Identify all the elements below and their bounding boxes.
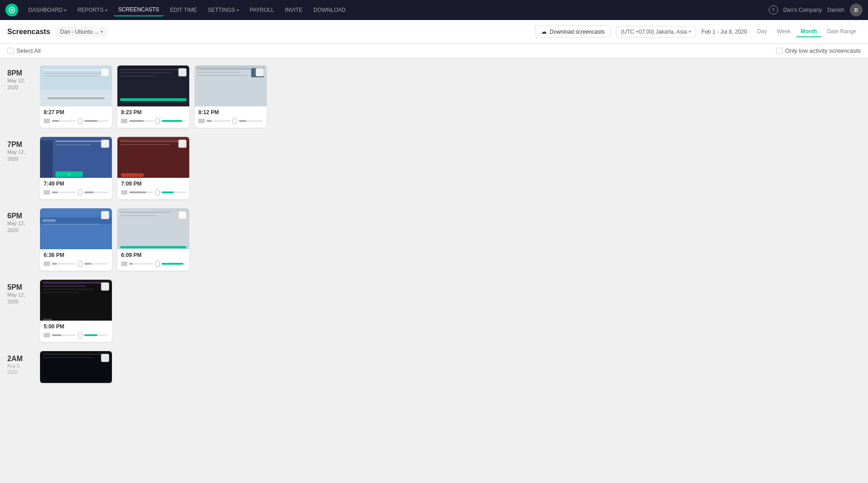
hour-label: 7PM (7, 141, 40, 149)
nav-settings[interactable]: SETTINGS ▾ (203, 4, 243, 16)
time-group-8pm: 8PM May 12, 2020 (0, 65, 868, 128)
view-tabs: Day Week Month Date Range (752, 26, 861, 37)
screencast-card[interactable]: 8:12 PM (195, 65, 267, 128)
card-info: 6:09 PM (117, 249, 189, 271)
mouse-icon (78, 261, 82, 267)
mouse-bar (84, 120, 108, 122)
activity-bar-fill (52, 191, 58, 193)
chevron-down-icon: ▾ (101, 29, 103, 34)
thumbnail (40, 65, 112, 106)
time-label: 7PM May 12, 2020 (7, 137, 40, 199)
card-meta (198, 118, 263, 124)
screencast-card[interactable]: 6:36 PM (40, 208, 112, 271)
tab-month[interactable]: Month (796, 26, 822, 37)
card-time: 8:12 PM (198, 109, 263, 116)
card-meta (44, 332, 108, 338)
card-checkbox[interactable] (178, 211, 187, 219)
card-info: 6:36 PM (40, 249, 112, 271)
download-icon: ☁ (541, 28, 547, 35)
card-time: 6:09 PM (121, 252, 186, 258)
help-icon[interactable]: ? (769, 5, 778, 15)
mouse-bar-fill (84, 191, 94, 193)
card-info: 8:27 PM (40, 106, 112, 128)
subheader: Screencasts Dan - Ubuntu ... ▾ ☁ Downloa… (0, 20, 868, 44)
select-all-checkbox[interactable] (7, 48, 14, 54)
time-group-7pm: 7PM May 12, 2020 ▷ (0, 137, 868, 199)
card-checkbox[interactable] (101, 140, 109, 148)
screencast-card[interactable]: 7:09 PM (117, 137, 189, 199)
activity-bar-fill (129, 263, 133, 265)
app-logo[interactable] (5, 4, 18, 16)
cards-row: 8:27 PM (40, 65, 267, 128)
user-selector[interactable]: Dan - Ubuntu ... ▾ (56, 27, 107, 37)
card-checkbox[interactable] (101, 354, 109, 362)
card-time: 6:36 PM (44, 252, 108, 258)
card-checkbox[interactable] (256, 68, 264, 76)
card-info: 5:00 PM (40, 321, 112, 342)
mouse-bar (161, 191, 186, 193)
mouse-bar-fill (239, 120, 246, 122)
card-checkbox[interactable] (178, 140, 187, 148)
thumbnail (117, 208, 189, 249)
low-activity-checkbox[interactable] (776, 48, 782, 54)
activity-bar (207, 120, 231, 122)
chevron-down-icon: ▾ (689, 29, 691, 34)
nav-dashboard[interactable]: DASHBOARD ▾ (24, 4, 71, 16)
nav-download[interactable]: DOWNLOAD (309, 4, 350, 16)
user-selector-label: Dan - Ubuntu ... (60, 29, 99, 35)
timezone-selector[interactable]: (UTC +07:00) Jakarta, Asia ▾ (616, 26, 696, 38)
avatar[interactable]: D (850, 4, 863, 16)
time-group-6pm: 6PM May 12, 2020 (0, 208, 868, 271)
card-checkbox[interactable] (178, 68, 187, 76)
mouse-bar-fill (84, 263, 91, 265)
activity-bar (129, 191, 153, 193)
card-meta (121, 118, 186, 124)
tab-date-range[interactable]: Date Range (823, 26, 861, 37)
card-meta (44, 189, 108, 196)
mouse-bar (161, 120, 186, 122)
monitor-icon (44, 190, 50, 195)
thumbnail (195, 65, 267, 106)
time-label: 5PM May 12, 2020 (7, 280, 40, 342)
select-all-control[interactable]: Select All (7, 47, 40, 54)
page-title: Screencasts (7, 28, 50, 36)
download-screencasts-button[interactable]: ☁ Download screencasts (535, 25, 611, 38)
card-info: 7:49 PM (40, 178, 112, 199)
nav-invite[interactable]: INVITE (280, 4, 307, 16)
card-time: 5:00 PM (44, 323, 108, 330)
card-info: 8:23 PM (117, 106, 189, 128)
card-time: 8:27 PM (44, 109, 108, 116)
nav-reports[interactable]: REPORTS ▾ (73, 4, 112, 16)
card-checkbox[interactable] (101, 68, 109, 76)
time-label: 8PM May 12, 2020 (7, 65, 40, 128)
nav-right: ? Dan's Company Danish D (769, 4, 863, 16)
low-activity-filter[interactable]: Only low activity screencasts (776, 47, 861, 54)
card-info: 8:12 PM (195, 106, 267, 128)
activity-bar (52, 120, 76, 122)
nav-screencasts[interactable]: SCREENCASTS (114, 4, 164, 16)
nav-payroll[interactable]: PAYROLL (245, 4, 279, 16)
activity-bar-fill (129, 191, 146, 193)
tab-week[interactable]: Week (772, 26, 795, 37)
screencast-card[interactable]: 5:00 PM (40, 280, 112, 342)
date-label: May 12, 2020 (7, 292, 40, 306)
activity-bar-fill (207, 120, 212, 122)
time-label: 6PM May 12, 2020 (7, 208, 40, 271)
screencast-card[interactable]: 6:09 PM (117, 208, 189, 271)
subheader-controls: ☁ Download screencasts (UTC +07:00) Jaka… (535, 25, 861, 38)
screencast-card[interactable]: 8:23 PM (117, 65, 189, 128)
screencast-card[interactable]: 8:27 PM (40, 65, 112, 128)
activity-bar-fill (52, 334, 61, 336)
screencast-card[interactable] (40, 351, 112, 383)
mouse-icon (155, 261, 160, 267)
tab-day[interactable]: Day (752, 26, 771, 37)
activity-bar (129, 263, 153, 265)
card-checkbox[interactable] (101, 282, 109, 291)
top-navigation: DASHBOARD ▾ REPORTS ▾ SCREENCASTS EDIT T… (0, 0, 868, 20)
activity-bar-fill (52, 120, 59, 122)
mouse-icon (232, 118, 237, 124)
chevron-down-icon: ▾ (237, 8, 239, 13)
card-checkbox[interactable] (101, 211, 109, 219)
nav-edit-time[interactable]: EDIT TIME (166, 4, 202, 16)
screencast-card[interactable]: ▷ 7:49 PM (40, 137, 112, 199)
